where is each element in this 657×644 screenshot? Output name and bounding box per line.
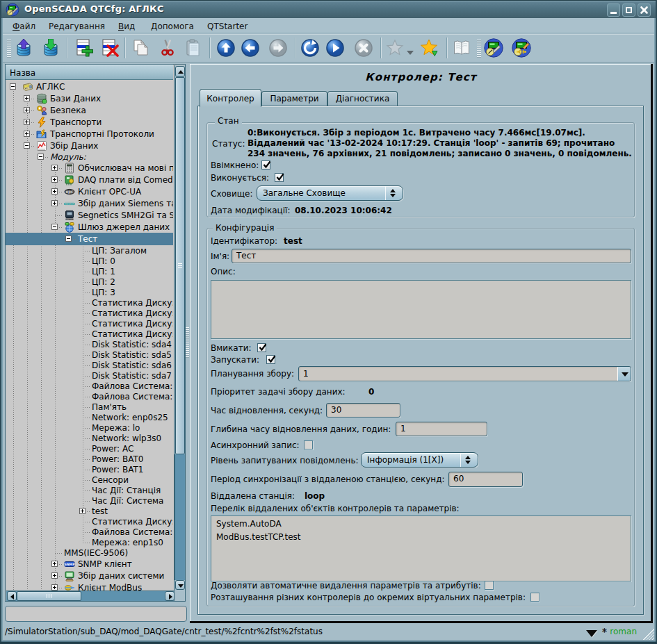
expand-icon[interactable] xyxy=(24,131,30,137)
tree-header[interactable]: Назва xyxy=(6,65,173,80)
dropdown-arrow-icon[interactable] xyxy=(617,367,631,381)
tree-item-збір-даних-системи[interactable]: Збір даних системи xyxy=(6,570,173,581)
collapse-icon[interactable] xyxy=(10,83,16,90)
sync-input[interactable]: 60 xyxy=(448,472,523,487)
vscroll-handle[interactable] xyxy=(175,77,185,454)
tree-item-файлова-система-[interactable]: Файлова Система: xyxy=(6,381,173,391)
up-button[interactable] xyxy=(216,38,236,58)
tree-item-disk-statistic-sda5[interactable]: Disk Statistic: sda5 xyxy=(6,349,173,360)
tree-item-збір-даних[interactable]: Збір Даних xyxy=(6,140,173,151)
add-favorite-button[interactable] xyxy=(419,38,439,58)
tree-item-шлюз-джерел-даних[interactable]: Шлюз джерел даних xyxy=(6,221,173,233)
chevron-down-icon[interactable] xyxy=(407,48,414,58)
status-user[interactable]: roman xyxy=(610,627,637,636)
expand-icon[interactable] xyxy=(79,508,86,514)
tree-item-мережа-lo[interactable]: Мережа: lo xyxy=(6,422,173,433)
expand-icon[interactable] xyxy=(51,188,58,195)
collapse-icon[interactable] xyxy=(65,236,72,242)
remove-item-button[interactable] xyxy=(99,38,120,58)
tree-item-test[interactable]: test xyxy=(6,506,173,516)
tree-item-цп-загалом[interactable]: ЦП: Загалом xyxy=(6,245,173,256)
splitter-handle[interactable] xyxy=(186,327,189,358)
async-checkbox[interactable] xyxy=(304,440,313,449)
tree-item-клієнт-modbus[interactable]: Клієнт ModBus xyxy=(6,581,173,591)
tree-item-power-bat1[interactable]: Power: BAT1 xyxy=(6,464,173,474)
restore-input[interactable]: 30 xyxy=(326,403,400,418)
tree-item-power-bat0[interactable]: Power: BAT0 xyxy=(6,454,173,464)
tree-item-збір-даних-siemens-та[interactable]: SIEMENSЗбір даних Siemens та xyxy=(6,197,173,209)
tab-parameters[interactable]: Параметри xyxy=(261,91,327,106)
storage-combobox[interactable]: Загальне Сховище xyxy=(257,185,403,201)
tree-item-network-wlp3s0[interactable]: Network: wlp3s0 xyxy=(6,433,173,443)
cut-button[interactable] xyxy=(157,38,178,58)
copy-button[interactable] xyxy=(130,38,151,58)
title-bar[interactable]: OpenSCADA QTCfg: АГЛКС xyxy=(0,0,657,18)
forward-button[interactable] xyxy=(268,38,289,58)
collapse-icon[interactable] xyxy=(51,224,58,230)
tree-item-snmp-клієнт[interactable]: SNMPSNMP клієнт xyxy=(6,558,173,570)
tree-item-сенсори[interactable]: Сенсори xyxy=(6,474,173,485)
tree-item-файлова-система-[interactable]: Файлова Система: xyxy=(6,527,173,537)
save-button[interactable] xyxy=(40,38,61,58)
tree-item-безпека[interactable]: Безпека xyxy=(6,104,173,116)
hscroll-groove[interactable] xyxy=(81,591,165,601)
tree-item-disk-statistic-sda4[interactable]: Disk Statistic: sda4 xyxy=(6,339,173,349)
qtstarter-vision-button[interactable] xyxy=(511,38,532,58)
menu-2[interactable]: Редагування xyxy=(43,21,111,33)
tree-item-цп-0[interactable]: ЦП: 0 xyxy=(6,256,173,266)
tree-item-клієнт-opc-ua[interactable]: opcКлієнт OPC-UA xyxy=(6,185,173,197)
place-checkbox[interactable] xyxy=(530,593,540,602)
tree-item-network-enp0s25[interactable]: Network: enp0s25 xyxy=(6,412,173,422)
tree-item-статистика-диску-[interactable]: Статистика Диску: xyxy=(6,308,173,318)
autodel-checkbox[interactable] xyxy=(485,581,494,590)
tree-item-транспорти[interactable]: Транспорти xyxy=(6,116,173,128)
descr-textarea[interactable] xyxy=(211,280,631,339)
tree-item-транспортні-протоколи[interactable]: Транспортні Протоколи xyxy=(6,128,173,140)
tab-controller[interactable]: Контролер xyxy=(200,89,261,107)
back-button[interactable] xyxy=(240,38,261,58)
add-item-button[interactable] xyxy=(74,38,95,58)
expand-icon[interactable] xyxy=(24,95,30,101)
collapse-icon[interactable] xyxy=(38,154,44,160)
tree-item-тест[interactable]: Тест xyxy=(6,233,173,245)
spin-arrows-icon[interactable] xyxy=(460,453,478,467)
toolbar-handle[interactable] xyxy=(477,40,481,58)
tree-item-статистика-диску-[interactable]: Статистика Диску: xyxy=(6,318,173,329)
maximize-button[interactable] xyxy=(622,3,635,17)
menu-1[interactable]: Файл xyxy=(7,21,41,33)
tree-item-аглкс[interactable]: АГЛКС xyxy=(6,81,173,92)
close-button[interactable] xyxy=(638,3,651,17)
scroll-down-button[interactable] xyxy=(175,580,185,590)
tree-item-час-дії-станція[interactable]: Час Дії: Станція xyxy=(6,485,173,495)
resize-grip[interactable] xyxy=(642,627,654,640)
tree-item-статистика-диску-[interactable]: Статистика Диску: xyxy=(6,297,173,308)
tree-hscrollbar[interactable] xyxy=(6,591,174,601)
enable-checkbox[interactable] xyxy=(257,343,266,352)
msglev-combobox[interactable]: Інформація (1[X]) xyxy=(361,452,478,468)
running-checkbox[interactable] xyxy=(275,173,284,182)
tree-item-mms-iec-9506-[interactable]: MMS(IEC-9506) xyxy=(6,547,173,558)
start-checkbox[interactable] xyxy=(266,355,275,364)
tree-item-power-ac[interactable]: Power: AC xyxy=(6,443,173,454)
name-input[interactable]: Тест xyxy=(232,249,631,263)
tree-vscrollbar[interactable] xyxy=(174,65,185,601)
tree-item-цп-3[interactable]: ЦП: 3 xyxy=(6,287,173,297)
tree-item-мережа-enp1s0[interactable]: Мережа: enp1s0 xyxy=(6,537,173,547)
enabled-checkbox[interactable] xyxy=(261,160,270,170)
vscroll-groove[interactable] xyxy=(175,454,185,580)
menu-4[interactable]: Допомога xyxy=(145,21,200,33)
manual-button[interactable] xyxy=(451,38,472,58)
tree-item-бази-даних[interactable]: Бази Даних xyxy=(6,92,173,104)
tree-item-segnetics-smh2gi-та-s[interactable]: SMH 2GiSegnetics SMH2Gi та S xyxy=(6,209,173,221)
status-expand-icon[interactable] xyxy=(586,630,597,637)
tree-item-час-дії-система[interactable]: Час Дії: Система xyxy=(6,495,173,506)
spin-arrows-icon[interactable] xyxy=(385,186,403,200)
tree-item-статистика-диску-[interactable]: Статистика Диску: xyxy=(6,516,173,527)
tree-item-модуль-[interactable]: Модуль: xyxy=(6,151,173,162)
expand-icon[interactable] xyxy=(51,572,58,579)
sched-combobox[interactable]: 1 xyxy=(298,366,631,381)
expand-icon[interactable] xyxy=(51,176,58,183)
tab-diagnostics[interactable]: Діагностика xyxy=(327,91,398,106)
scroll-left-button[interactable] xyxy=(7,591,17,601)
hscroll-handle[interactable] xyxy=(17,591,81,601)
